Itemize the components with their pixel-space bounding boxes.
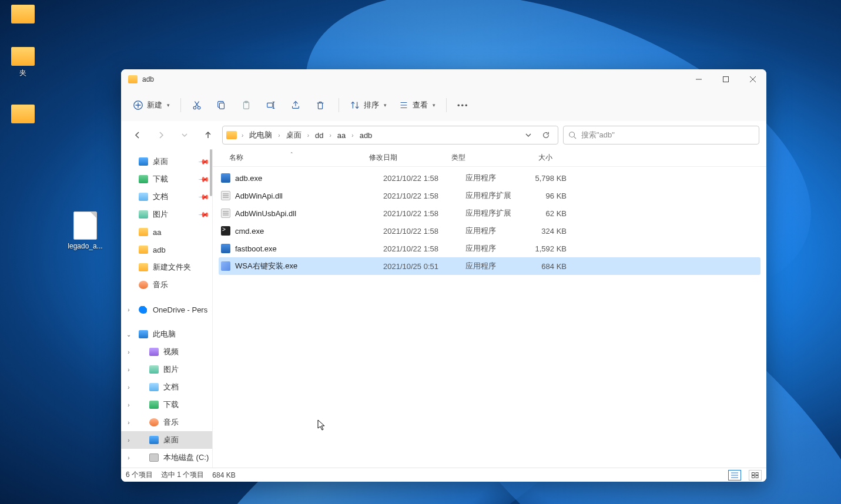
breadcrumb-item[interactable]: dd [311,129,327,142]
sidebar-item[interactable]: ›下载 [121,396,212,414]
column-name[interactable]: ˄ 名称 [219,153,364,163]
chevron-right-icon[interactable]: › [329,132,333,139]
desktop-file-icon[interactable]: legado_a... [65,211,106,250]
up-button[interactable] [199,126,217,145]
sidebar-item[interactable]: ›文档 [121,378,212,396]
folder-icon [139,228,148,236]
music-icon [149,418,159,426]
sidebar-item[interactable]: 下載📌 [121,170,212,188]
chevron-right-icon[interactable]: › [125,455,133,461]
folder-icon [11,5,35,23]
sidebar-item[interactable]: ›音乐 [121,414,212,431]
maximize-button[interactable] [712,69,739,89]
chevron-right-icon[interactable]: › [125,367,133,373]
titlebar[interactable]: adb [121,69,766,89]
more-button[interactable]: ••• [453,95,475,116]
sidebar-item-label: 新建文件夹 [153,262,191,273]
sidebar-item[interactable]: 桌面📌 [121,153,212,170]
delete-button[interactable] [310,95,333,116]
sidebar-item[interactable]: 新建文件夹 [121,258,212,276]
recent-button[interactable] [175,126,194,145]
rename-button[interactable] [261,95,283,116]
file-row[interactable]: adb.exe2021/10/22 1:58应用程序5,798 KB [219,169,760,187]
sidebar-item[interactable]: 图片📌 [121,206,212,223]
file-name: fastboot.exe [235,244,378,253]
minimize-button[interactable] [685,69,712,89]
svg-rect-14 [267,103,273,107]
download-icon [139,175,148,183]
cut-button[interactable] [187,95,209,116]
chevron-down-icon[interactable]: ⌄ [125,331,133,338]
file-name: AdbWinApi.dll [235,191,378,200]
chevron-right-icon[interactable]: › [125,349,133,355]
column-date[interactable]: 修改日期 [364,153,447,163]
chevron-right-icon[interactable]: › [125,419,133,426]
forward-button[interactable] [152,126,170,145]
thumbnails-view-button[interactable] [749,470,762,481]
search-input[interactable]: 搜索"adb" [563,126,759,145]
sidebar-item[interactable]: ›桌面 [121,431,212,449]
sidebar-item[interactable]: 音乐 [121,276,212,294]
desktop-folder-icon[interactable] [2,105,43,126]
copy-button[interactable] [212,95,234,116]
file-row[interactable]: WSA右键安装.exe2021/10/25 0:51应用程序684 KB [219,257,760,275]
column-type[interactable]: 类型 [447,153,516,163]
svg-rect-27 [756,472,758,475]
column-size[interactable]: 大小 [516,153,557,163]
chevron-right-icon[interactable]: › [306,132,310,139]
file-name: WSA右键安装.exe [235,261,378,271]
chevron-right-icon[interactable]: › [125,384,133,391]
file-size: 684 KB [530,262,571,271]
pin-icon: 📌 [198,156,210,168]
doc-icon [139,193,148,201]
sidebar-item[interactable]: ›图片 [121,361,212,378]
sidebar-item-this-pc[interactable]: ⌄ 此电脑 [121,325,212,343]
sidebar-item-label: 此电脑 [153,329,176,340]
address-bar[interactable]: › 此电脑 › 桌面 › dd › aa › adb [222,126,558,145]
desktop-folder-icon[interactable]: 夹 [2,47,43,78]
sidebar-item-onedrive[interactable]: › OneDrive - Pers [121,301,212,318]
breadcrumb-item[interactable]: 此电脑 [246,127,276,143]
sidebar-item[interactable]: adb [121,241,212,258]
address-dropdown-button[interactable] [520,127,537,143]
details-view-button[interactable] [728,470,741,481]
file-type: 应用程序扩展 [461,208,530,219]
breadcrumb-item[interactable]: aa [334,129,349,142]
refresh-button[interactable] [538,127,554,143]
sidebar-item[interactable]: aa [121,223,212,241]
share-button[interactable] [286,95,308,116]
toolbar: 新建 ▾ 排序 ▾ 查看 ▾ [121,89,766,121]
sort-button[interactable]: 排序 ▾ [345,95,391,116]
desktop-folder-icon[interactable] [2,5,43,26]
chevron-right-icon[interactable]: › [240,132,244,139]
toolbar-divider [180,98,181,112]
chevron-right-icon[interactable]: › [125,402,133,408]
svg-rect-1 [723,77,729,82]
sidebar[interactable]: 桌面📌下載📌文档📌图片📌aaadb新建文件夹音乐 › OneDrive - Pe… [121,149,213,468]
file-row[interactable]: cmd.exe2021/10/22 1:58应用程序324 KB [219,222,760,240]
chevron-right-icon[interactable]: › [277,132,281,139]
file-row[interactable]: AdbWinUsbApi.dll2021/10/22 1:58应用程序扩展62 … [219,204,760,222]
new-button[interactable]: 新建 ▾ [128,95,175,116]
sidebar-item[interactable]: ›本地磁盘 (C:) [121,449,212,466]
chevron-right-icon[interactable]: › [350,132,354,139]
back-button[interactable] [128,126,147,145]
window-controls [685,69,766,89]
sidebar-item[interactable]: ›视频 [121,343,212,361]
svg-point-7 [193,106,196,109]
breadcrumb-item[interactable]: 桌面 [283,127,305,143]
close-button[interactable] [739,69,766,89]
chevron-right-icon[interactable]: › [125,437,133,443]
status-selection-size: 684 KB [212,471,235,479]
file-name: adb.exe [235,174,378,183]
view-button[interactable]: 查看 ▾ [394,95,440,116]
paste-button[interactable] [236,95,259,116]
sidebar-item[interactable]: 文档📌 [121,188,212,206]
breadcrumb-item[interactable]: adb [356,129,376,142]
folder-icon [226,131,237,139]
file-row[interactable]: fastboot.exe2021/10/22 1:58应用程序1,592 KB [219,240,760,257]
file-row[interactable]: AdbWinApi.dll2021/10/22 1:58应用程序扩展96 KB [219,187,760,204]
chevron-right-icon[interactable]: › [125,307,133,313]
desktop-icon [149,436,159,444]
file-list[interactable]: adb.exe2021/10/22 1:58应用程序5,798 KBAdbWin… [213,167,766,468]
